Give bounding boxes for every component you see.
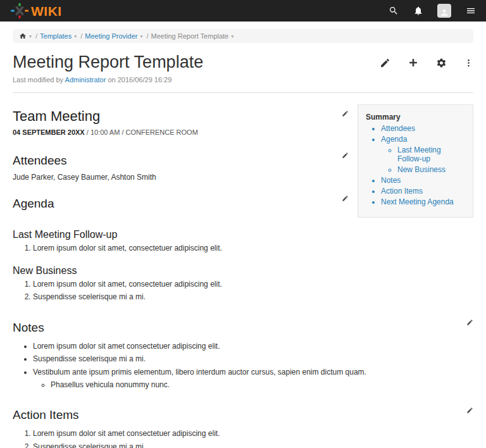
list-item: Lorem ipsum dolor sit amet consectetuer … [33,341,473,352]
chevron-down-icon[interactable]: ▾ [231,34,234,39]
list-item: Suspendisse scelerisque mi a mi. [33,354,473,364]
section-heading-action-items: Action Items [13,408,79,422]
section-edit-pencil-icon[interactable] [466,407,473,414]
breadcrumb: ▾ / Templates ▾ / Meeting Provider ▾ / M… [13,29,473,43]
chevron-down-icon[interactable]: ▾ [140,34,142,39]
list-item: Attendees [381,124,466,133]
list-item: Lorem ipsum dolor sit amet, consectetuer… [33,279,473,290]
meeting-meta-rest: / 10:00 AM / CONFERENCE ROOM [85,128,198,136]
summary-link-notes[interactable]: Notes [381,176,401,185]
summary-toc-sublist: Last Meeting Follow-up New Business [381,146,466,174]
breadcrumb-separator: / [35,32,37,40]
modified-author-link[interactable]: Administrator [65,76,106,84]
meeting-date: 04 SEPTEMBER 20XX [13,128,85,136]
summary-link-next-meeting[interactable]: Next Meeting Agenda [381,197,454,206]
section-edit-pencil-icon[interactable] [342,110,349,117]
summary-link-last-meeting[interactable]: Last Meeting Follow-up [397,146,441,163]
title-divider [13,92,473,93]
action-items-list: Lorem ipsum dolor sit amet consectetuer … [13,428,473,448]
notes-sublist: Phasellus vehicula nonummy nunc. [33,380,473,390]
xwiki-logo-x-icon [10,3,30,18]
list-item: Last Meeting Follow-up [397,146,466,163]
list-item: Vestibulum ante ipsum primis elementum, … [33,367,473,391]
list-item: Phasellus vehicula nonummy nunc. [51,380,473,390]
breadcrumb-current-label: Meeting Report Template [151,32,229,40]
list-item: New Business [397,165,466,174]
list-item: Suspendisse scelerisque mi a mi. [33,292,473,302]
breadcrumb-item-current[interactable]: Meeting Report Template ▾ [151,32,235,40]
top-navbar: WIKI [0,0,486,22]
hamburger-menu-icon[interactable] [465,6,476,16]
breadcrumb-separator: / [146,32,148,40]
summary-toc-list: Attendees Agenda Last Meeting Follow-up … [366,124,466,206]
last-modified-line: Last modified by Administrator on 2016/0… [13,76,473,84]
list-item: Lorem ipsum dolor sit amet consectetuer … [33,428,473,439]
breadcrumb-item-meeting-provider[interactable]: Meeting Provider ▾ [85,32,144,40]
search-icon[interactable] [388,6,399,16]
section-heading-last-meeting-follow-up: Last Meeting Follow-up [13,229,473,240]
document-content: Team Meeting 04 SEPTEMBER 20XX / 10:00 A… [13,101,473,448]
list-item: Notes [381,176,466,185]
list-item: Lorem ipsum dolor sit amet, consectetuer… [33,243,473,254]
summary-link-agenda[interactable]: Agenda [381,135,407,144]
summary-title: Summary [366,113,466,121]
breadcrumb-link[interactable]: Meeting Provider [85,32,137,40]
list-item: Suspendisse scelerisque mi a mi [33,442,473,448]
breadcrumb-item-templates[interactable]: Templates ▾ [40,32,78,40]
list-item: Next Meeting Agenda [381,197,466,206]
more-kebab-icon[interactable] [464,58,473,68]
new-business-list: Lorem ipsum dolor sit amet, consectetuer… [13,279,473,303]
modified-suffix: on 2016/06/29 16:29 [108,76,171,84]
list-item: Action Items [381,187,466,196]
chevron-down-icon[interactable]: ▾ [29,34,32,39]
summary-panel: Summary Attendees Agenda Last Meeting Fo… [358,104,473,218]
breadcrumb-home[interactable]: ▾ [19,32,33,40]
section-heading-attendees: Attendees [13,154,67,168]
list-item-text: Vestibulum ante ipsum primis elementum, … [33,368,366,376]
section-heading-new-business: New Business [13,265,473,277]
summary-link-new-business[interactable]: New Business [397,165,446,174]
settings-gear-icon[interactable] [436,58,447,68]
last-meeting-list: Lorem ipsum dolor sit amet, consectetuer… [13,243,473,254]
page-actions [380,57,473,68]
home-icon [19,32,27,40]
list-item: Agenda Last Meeting Follow-up New Busine… [381,135,466,174]
attendees-text: Jude Parker, Casey Baumer, Ashton Smith [13,173,349,182]
summary-link-attendees[interactable]: Attendees [381,124,415,133]
meeting-meta-line: 04 SEPTEMBER 20XX / 10:00 AM / CONFERENC… [13,128,349,136]
section-heading-notes: Notes [13,321,44,335]
section-heading-team-meeting: Team Meeting [13,108,100,125]
section-edit-pencil-icon[interactable] [342,195,349,202]
notifications-bell-icon[interactable] [413,6,423,16]
xwiki-logo-text: WIKI [31,4,62,18]
breadcrumb-link[interactable]: Templates [40,32,72,40]
user-avatar[interactable] [437,4,451,18]
notes-list: Lorem ipsum dolor sit amet consectetuer … [13,341,473,391]
summary-link-action-items[interactable]: Action Items [381,187,423,196]
breadcrumb-separator: / [80,32,82,40]
modified-prefix: Last modified by [13,76,63,84]
chevron-down-icon[interactable]: ▾ [74,34,77,39]
section-edit-pencil-icon[interactable] [466,319,473,326]
section-heading-agenda: Agenda [13,197,54,211]
xwiki-logo[interactable]: WIKI [10,3,62,18]
create-plus-icon[interactable] [408,57,419,68]
edit-pencil-icon[interactable] [380,58,390,68]
page-title: Meeting Report Template [13,53,203,72]
section-edit-pencil-icon[interactable] [342,152,349,159]
